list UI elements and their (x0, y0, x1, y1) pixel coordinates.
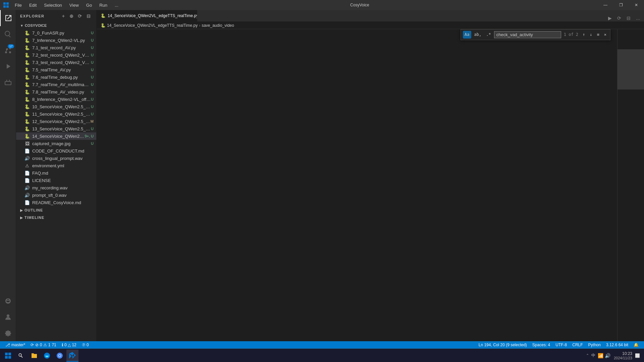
find-next-button[interactable]: ↓ (588, 31, 594, 39)
ports-item[interactable]: ⑦ 0 (79, 341, 92, 349)
restore-button[interactable]: ❐ (613, 0, 629, 10)
tree-file-item[interactable]: 🔊 prompt_sft_0.wav (16, 191, 96, 199)
activity-item-settings[interactable] (0, 325, 16, 341)
new-file-icon[interactable]: + (61, 13, 67, 19)
tree-file-item[interactable]: 📄 FAQ.md (16, 169, 96, 177)
tree-file-item[interactable]: 📄 LICENSE (16, 177, 96, 184)
split-editor-icon[interactable]: ⟳ (616, 15, 623, 21)
tree-file-item[interactable]: 🐍 7.3_test_record_QWen2_VL_AV_TTS.py U (16, 59, 96, 66)
minimize-button[interactable]: — (598, 0, 613, 10)
language-item[interactable]: Python (586, 341, 603, 349)
volume-icon[interactable]: 🔊 (605, 353, 610, 358)
menu-edit[interactable]: Edit (26, 1, 40, 9)
tree-file-item[interactable]: ⚠ environment.yml (16, 162, 96, 169)
encoding-item[interactable]: UTF-8 (553, 341, 570, 349)
tree-file-item[interactable]: 🔊 cross_lingual_prompt.wav (16, 155, 96, 162)
breadcrumb-file[interactable]: 14_SenceVoice_QWen2VL_edgeTTS_realTime.p… (107, 23, 198, 28)
tree-file-item[interactable]: 🐍 7.2_test_record_QWen2_VL_AV.py U (16, 51, 96, 59)
collapse-all-icon[interactable]: ⊟ (85, 13, 93, 19)
tree-file-item[interactable]: 📄 README_CosyVoice.md (16, 199, 96, 206)
taskbar-lang[interactable]: 中 (590, 353, 596, 358)
tree-file-item[interactable]: 🐍 7.7_realTime_AV_multiImage.py U (16, 81, 96, 88)
tree-file-item[interactable]: 🐍 10_SenceVoice_QWen2.5_cosyVoice.py U (16, 103, 96, 110)
more-actions-icon[interactable]: ... (635, 15, 641, 21)
wifi-icon[interactable]: 📶 (598, 353, 603, 358)
menu-run[interactable]: Run (96, 1, 111, 9)
start-button[interactable] (3, 350, 13, 361)
run-action-icon[interactable]: ▶ (607, 15, 613, 21)
activity-item-extensions[interactable] (0, 74, 16, 90)
tree-file-item[interactable]: 📄 CODE_OF_CONDUCT.md (16, 147, 96, 155)
timeline-section[interactable]: ▶ TIMELINE (16, 214, 96, 221)
taskbar-hidden-icons[interactable]: ⌃ (586, 353, 589, 358)
version-item[interactable]: 3.12.6 64 bit (603, 341, 631, 349)
tree-file-item[interactable]: 🖼 captured_image.jpg U (16, 140, 96, 147)
outline-section[interactable]: ▶ OUTLINE (16, 206, 96, 214)
activity-item-scm[interactable]: 17 (0, 42, 16, 58)
taskbar-file-explorer[interactable] (28, 350, 40, 362)
tree-file-item[interactable]: 🐍 13_SenceVoice_QWen2.5_edgeTTS_realTime… (16, 125, 96, 132)
new-folder-icon[interactable]: ⊕ (68, 13, 75, 19)
clock[interactable]: 10:23 2024/11/23 (614, 351, 632, 360)
taskbar-vscode[interactable] (66, 350, 78, 362)
find-whole-word-button[interactable]: ab, (473, 31, 483, 39)
find-close-button[interactable]: ✕ (602, 31, 608, 39)
tree-file-item[interactable]: 🐍 7.6_realTime_debug.py U (16, 73, 96, 81)
svg-rect-9 (8, 353, 11, 355)
find-match-case-button[interactable]: Aa (463, 31, 471, 39)
activity-item-remote[interactable] (0, 293, 16, 309)
notifications-item[interactable]: 🔔 (631, 341, 641, 349)
svg-rect-1 (6, 2, 9, 5)
info-item[interactable]: ℹ 0 △ 12 (59, 341, 79, 349)
code-editor[interactable]: Aa ab, .* 1 of 2 ↑ ↓ ≡ ✕ (115, 29, 617, 341)
sync-item[interactable]: ⟳ ⊘ 0 ⚠ 1 71 (28, 341, 59, 349)
menu-file[interactable]: File (11, 1, 25, 9)
tree-file-item[interactable]: 🔊 my_recording.wav (16, 184, 96, 191)
show-desktop-icon[interactable]: ⬜ (634, 353, 641, 358)
tree-file-item[interactable]: 🐍 7.5_realTime_AV.py U (16, 66, 96, 73)
menu-go[interactable]: Go (83, 1, 95, 9)
file-badge: U (91, 105, 96, 109)
spaces-item[interactable]: Spaces: 4 (530, 341, 553, 349)
activity-item-search[interactable] (0, 26, 16, 42)
tree-file-item[interactable]: 🐍 7_Inference_QWen2-VL.py U (16, 37, 96, 44)
spaces-label: Spaces: 4 (532, 343, 550, 347)
taskbar-edge[interactable] (41, 350, 53, 362)
chevron-right-icon: ▶ (20, 208, 23, 212)
editor-layout-icon[interactable]: ⊟ (625, 15, 632, 21)
activity-item-accounts[interactable] (0, 309, 16, 325)
breadcrumb-symbol[interactable]: save_audio_video (202, 23, 234, 28)
menu-view[interactable]: View (66, 1, 82, 9)
file-icon: 🐍 (24, 75, 30, 80)
close-button[interactable]: ✕ (629, 0, 644, 10)
file-badge: U (91, 68, 96, 72)
activity-item-run[interactable] (0, 58, 16, 74)
tree-file-item[interactable]: 🐍 7.8_realTime_AV_video.py U (16, 88, 96, 96)
file-icon: 🐍 (24, 126, 30, 131)
find-regex-button[interactable]: .* (484, 31, 492, 39)
find-previous-button[interactable]: ↑ (581, 31, 587, 39)
find-input[interactable] (494, 31, 561, 38)
active-tab[interactable]: 🐍 14_SenceVoice_QWen2VL_edgeTTS_realTime… (97, 10, 197, 21)
git-branch-item[interactable]: ⎇ master* (3, 341, 28, 349)
cursor-position-item[interactable]: Ln 194, Col 20 (9 selected) (476, 341, 530, 349)
tree-file-item[interactable]: 🐍 7.1_test_record_AV.py U (16, 44, 96, 51)
file-badge: U (91, 97, 96, 101)
line-ending-item[interactable]: CRLF (570, 341, 585, 349)
file-name: 11_SenceVoice_QWen2.5_pytts3.py (32, 112, 91, 117)
refresh-icon[interactable]: ⟳ (76, 13, 84, 19)
tree-file-item[interactable]: 🐍 7_0_FunASR.py U (16, 29, 96, 37)
tree-file-item[interactable]: 🐍 12_SenceVoice_QWen2.5_edgeTTS.py M (16, 118, 96, 125)
tree-file-item[interactable]: 🐍 11_SenceVoice_QWen2.5_pytts3.py U (16, 110, 96, 118)
tree-file-item[interactable]: 🐍 14_SenceVoice_QWen2VL_edgeTTi_realTi..… (16, 132, 96, 140)
tree-root-folder[interactable]: ▼ COSYVOICE (16, 22, 96, 29)
file-name: 7_Inference_QWen2-VL.py (32, 38, 91, 43)
minimap[interactable] (617, 29, 644, 341)
menu-more[interactable]: ... (111, 1, 122, 9)
tree-file-item[interactable]: 🐍 8_Inference_QWen2-VL_offline_AV.py U (16, 96, 96, 103)
taskbar-search[interactable] (15, 350, 27, 362)
activity-item-explorer[interactable] (0, 10, 16, 26)
taskbar-chrome[interactable] (54, 350, 66, 362)
menu-selection[interactable]: Selection (41, 1, 65, 9)
find-filter-icon[interactable]: ≡ (595, 31, 601, 39)
